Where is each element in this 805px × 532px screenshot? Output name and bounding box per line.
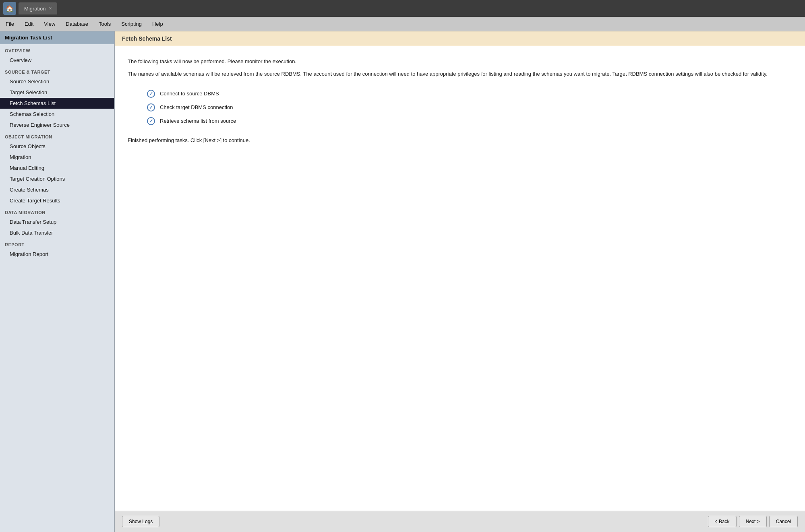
sidebar-item-manual-editing[interactable]: Manual Editing	[0, 163, 114, 173]
check-icon-2	[147, 103, 155, 111]
tab-label: Migration	[24, 6, 46, 12]
footer-left: Show Logs	[122, 516, 159, 527]
sidebar-item-overview[interactable]: Overview	[0, 55, 114, 66]
section-label-overview: OVERVIEW	[0, 44, 114, 55]
sidebar: Migration Task List OVERVIEW Overview SO…	[0, 31, 115, 532]
sidebar-item-source-objects[interactable]: Source Objects	[0, 141, 114, 152]
check-label-2: Check target DBMS connection	[160, 104, 233, 110]
check-item-3: Retrieve schema list from source	[147, 117, 792, 125]
home-button[interactable]: 🏠	[3, 2, 16, 15]
intro-text-1: The following tasks will now be performe…	[128, 58, 792, 66]
content-body: The following tasks will now be performe…	[115, 46, 805, 511]
sidebar-item-reverse-engineer-source[interactable]: Reverse Engineer Source	[0, 120, 114, 130]
content-area: Fetch Schema List The following tasks wi…	[115, 31, 805, 532]
cancel-button[interactable]: Cancel	[769, 516, 798, 527]
menu-bar: File Edit View Database Tools Scripting …	[0, 17, 805, 31]
sidebar-item-target-creation-options[interactable]: Target Creation Options	[0, 173, 114, 184]
sidebar-item-create-target-results[interactable]: Create Target Results	[0, 195, 114, 206]
sidebar-item-migration[interactable]: Migration	[0, 152, 114, 163]
sidebar-item-source-selection[interactable]: Source Selection	[0, 76, 114, 87]
sidebar-item-fetch-schemas-list[interactable]: Fetch Schemas List	[0, 98, 114, 109]
main-container: Migration Task List OVERVIEW Overview SO…	[0, 31, 805, 532]
check-label-3: Retrieve schema list from source	[160, 118, 236, 124]
content-header: Fetch Schema List	[115, 31, 805, 46]
title-bar: 🏠 Migration ×	[0, 0, 805, 17]
content-footer: Show Logs < Back Next > Cancel	[115, 511, 805, 532]
section-label-object-migration: OBJECT MIGRATION	[0, 130, 114, 141]
menu-tools[interactable]: Tools	[97, 20, 112, 28]
section-label-data-migration: DATA MIGRATION	[0, 206, 114, 217]
menu-database[interactable]: Database	[64, 20, 90, 28]
home-icon: 🏠	[6, 5, 14, 12]
menu-help[interactable]: Help	[151, 20, 165, 28]
section-label-source-target: SOURCE & TARGET	[0, 66, 114, 76]
menu-scripting[interactable]: Scripting	[120, 20, 143, 28]
migration-tab[interactable]: Migration ×	[19, 2, 57, 14]
finished-text: Finished performing tasks. Click [Next >…	[128, 136, 792, 145]
check-item-1: Connect to source DBMS	[147, 90, 792, 98]
sidebar-item-migration-report[interactable]: Migration Report	[0, 249, 114, 260]
menu-edit[interactable]: Edit	[23, 20, 35, 28]
menu-file[interactable]: File	[4, 20, 16, 28]
sidebar-header: Migration Task List	[0, 31, 114, 44]
checklist: Connect to source DBMS Check target DBMS…	[147, 90, 792, 125]
section-label-report: REPORT	[0, 238, 114, 249]
sidebar-item-schemas-selection[interactable]: Schemas Selection	[0, 109, 114, 120]
menu-view[interactable]: View	[42, 20, 57, 28]
check-icon-3	[147, 117, 155, 125]
next-button[interactable]: Next >	[739, 516, 767, 527]
sidebar-item-target-selection[interactable]: Target Selection	[0, 87, 114, 98]
check-icon-1	[147, 90, 155, 98]
check-label-1: Connect to source DBMS	[160, 91, 219, 97]
footer-right: < Back Next > Cancel	[708, 516, 798, 527]
intro-text-2: The names of available schemas will be r…	[128, 70, 792, 78]
show-logs-button[interactable]: Show Logs	[122, 516, 159, 527]
sidebar-item-bulk-data-transfer[interactable]: Bulk Data Transfer	[0, 227, 114, 238]
back-button[interactable]: < Back	[708, 516, 737, 527]
tab-close-icon[interactable]: ×	[49, 6, 52, 11]
sidebar-item-create-schemas[interactable]: Create Schemas	[0, 184, 114, 195]
check-item-2: Check target DBMS connection	[147, 103, 792, 111]
sidebar-item-data-transfer-setup[interactable]: Data Transfer Setup	[0, 217, 114, 227]
